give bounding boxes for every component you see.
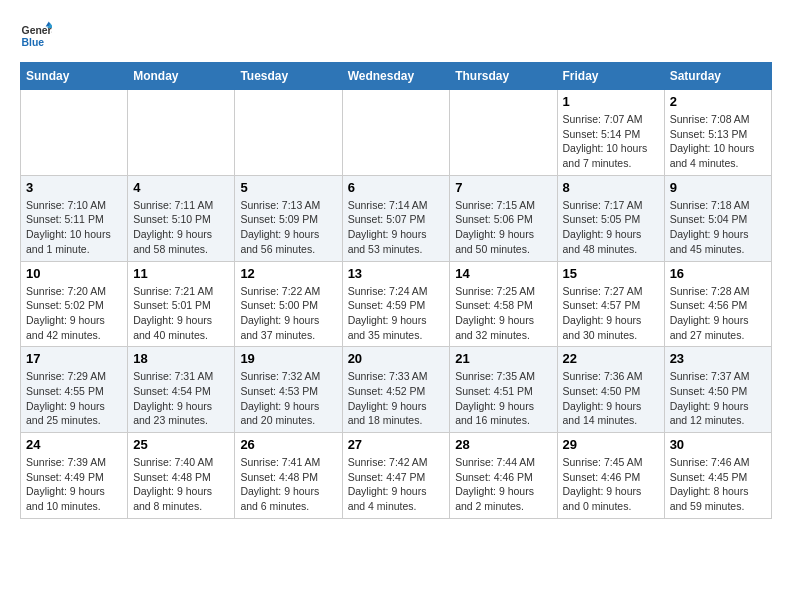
day-number: 16 <box>670 266 766 281</box>
day-info: Sunrise: 7:25 AM Sunset: 4:58 PM Dayligh… <box>455 284 551 343</box>
day-info: Sunrise: 7:15 AM Sunset: 5:06 PM Dayligh… <box>455 198 551 257</box>
day-info: Sunrise: 7:18 AM Sunset: 5:04 PM Dayligh… <box>670 198 766 257</box>
calendar-cell: 8Sunrise: 7:17 AM Sunset: 5:05 PM Daylig… <box>557 175 664 261</box>
day-info: Sunrise: 7:29 AM Sunset: 4:55 PM Dayligh… <box>26 369 122 428</box>
weekday-header-wednesday: Wednesday <box>342 63 450 90</box>
day-number: 14 <box>455 266 551 281</box>
calendar-cell: 26Sunrise: 7:41 AM Sunset: 4:48 PM Dayli… <box>235 433 342 519</box>
weekday-header-friday: Friday <box>557 63 664 90</box>
day-info: Sunrise: 7:45 AM Sunset: 4:46 PM Dayligh… <box>563 455 659 514</box>
calendar-cell: 21Sunrise: 7:35 AM Sunset: 4:51 PM Dayli… <box>450 347 557 433</box>
weekday-header-thursday: Thursday <box>450 63 557 90</box>
calendar-cell: 30Sunrise: 7:46 AM Sunset: 4:45 PM Dayli… <box>664 433 771 519</box>
day-info: Sunrise: 7:08 AM Sunset: 5:13 PM Dayligh… <box>670 112 766 171</box>
page-header: General Blue <box>20 20 772 52</box>
day-number: 19 <box>240 351 336 366</box>
calendar-cell: 16Sunrise: 7:28 AM Sunset: 4:56 PM Dayli… <box>664 261 771 347</box>
day-info: Sunrise: 7:20 AM Sunset: 5:02 PM Dayligh… <box>26 284 122 343</box>
weekday-header-saturday: Saturday <box>664 63 771 90</box>
day-number: 8 <box>563 180 659 195</box>
weekday-header-tuesday: Tuesday <box>235 63 342 90</box>
day-info: Sunrise: 7:31 AM Sunset: 4:54 PM Dayligh… <box>133 369 229 428</box>
logo: General Blue <box>20 20 58 52</box>
day-number: 18 <box>133 351 229 366</box>
calendar-cell: 14Sunrise: 7:25 AM Sunset: 4:58 PM Dayli… <box>450 261 557 347</box>
calendar-cell <box>21 90 128 176</box>
calendar-cell: 15Sunrise: 7:27 AM Sunset: 4:57 PM Dayli… <box>557 261 664 347</box>
day-info: Sunrise: 7:10 AM Sunset: 5:11 PM Dayligh… <box>26 198 122 257</box>
calendar-cell: 1Sunrise: 7:07 AM Sunset: 5:14 PM Daylig… <box>557 90 664 176</box>
calendar-week-2: 3Sunrise: 7:10 AM Sunset: 5:11 PM Daylig… <box>21 175 772 261</box>
day-info: Sunrise: 7:27 AM Sunset: 4:57 PM Dayligh… <box>563 284 659 343</box>
calendar-cell: 19Sunrise: 7:32 AM Sunset: 4:53 PM Dayli… <box>235 347 342 433</box>
day-number: 22 <box>563 351 659 366</box>
day-number: 2 <box>670 94 766 109</box>
calendar-cell: 13Sunrise: 7:24 AM Sunset: 4:59 PM Dayli… <box>342 261 450 347</box>
calendar-cell: 28Sunrise: 7:44 AM Sunset: 4:46 PM Dayli… <box>450 433 557 519</box>
day-info: Sunrise: 7:13 AM Sunset: 5:09 PM Dayligh… <box>240 198 336 257</box>
day-info: Sunrise: 7:28 AM Sunset: 4:56 PM Dayligh… <box>670 284 766 343</box>
weekday-header-sunday: Sunday <box>21 63 128 90</box>
day-info: Sunrise: 7:40 AM Sunset: 4:48 PM Dayligh… <box>133 455 229 514</box>
calendar-cell: 18Sunrise: 7:31 AM Sunset: 4:54 PM Dayli… <box>128 347 235 433</box>
calendar-cell: 6Sunrise: 7:14 AM Sunset: 5:07 PM Daylig… <box>342 175 450 261</box>
calendar-week-4: 17Sunrise: 7:29 AM Sunset: 4:55 PM Dayli… <box>21 347 772 433</box>
day-number: 17 <box>26 351 122 366</box>
calendar-cell: 23Sunrise: 7:37 AM Sunset: 4:50 PM Dayli… <box>664 347 771 433</box>
day-number: 3 <box>26 180 122 195</box>
calendar-cell: 11Sunrise: 7:21 AM Sunset: 5:01 PM Dayli… <box>128 261 235 347</box>
calendar-cell: 17Sunrise: 7:29 AM Sunset: 4:55 PM Dayli… <box>21 347 128 433</box>
day-number: 1 <box>563 94 659 109</box>
svg-text:Blue: Blue <box>22 37 45 48</box>
day-number: 26 <box>240 437 336 452</box>
day-number: 28 <box>455 437 551 452</box>
calendar-cell <box>235 90 342 176</box>
calendar-cell: 12Sunrise: 7:22 AM Sunset: 5:00 PM Dayli… <box>235 261 342 347</box>
calendar-cell: 20Sunrise: 7:33 AM Sunset: 4:52 PM Dayli… <box>342 347 450 433</box>
calendar-cell: 29Sunrise: 7:45 AM Sunset: 4:46 PM Dayli… <box>557 433 664 519</box>
day-info: Sunrise: 7:44 AM Sunset: 4:46 PM Dayligh… <box>455 455 551 514</box>
day-number: 4 <box>133 180 229 195</box>
calendar-cell: 7Sunrise: 7:15 AM Sunset: 5:06 PM Daylig… <box>450 175 557 261</box>
day-info: Sunrise: 7:14 AM Sunset: 5:07 PM Dayligh… <box>348 198 445 257</box>
day-number: 12 <box>240 266 336 281</box>
day-info: Sunrise: 7:41 AM Sunset: 4:48 PM Dayligh… <box>240 455 336 514</box>
day-info: Sunrise: 7:17 AM Sunset: 5:05 PM Dayligh… <box>563 198 659 257</box>
day-number: 10 <box>26 266 122 281</box>
day-number: 5 <box>240 180 336 195</box>
day-number: 7 <box>455 180 551 195</box>
day-info: Sunrise: 7:07 AM Sunset: 5:14 PM Dayligh… <box>563 112 659 171</box>
day-info: Sunrise: 7:32 AM Sunset: 4:53 PM Dayligh… <box>240 369 336 428</box>
calendar-cell: 10Sunrise: 7:20 AM Sunset: 5:02 PM Dayli… <box>21 261 128 347</box>
day-number: 11 <box>133 266 229 281</box>
calendar-week-1: 1Sunrise: 7:07 AM Sunset: 5:14 PM Daylig… <box>21 90 772 176</box>
day-info: Sunrise: 7:11 AM Sunset: 5:10 PM Dayligh… <box>133 198 229 257</box>
calendar-cell: 9Sunrise: 7:18 AM Sunset: 5:04 PM Daylig… <box>664 175 771 261</box>
day-info: Sunrise: 7:46 AM Sunset: 4:45 PM Dayligh… <box>670 455 766 514</box>
calendar-week-3: 10Sunrise: 7:20 AM Sunset: 5:02 PM Dayli… <box>21 261 772 347</box>
day-number: 23 <box>670 351 766 366</box>
weekday-header-monday: Monday <box>128 63 235 90</box>
calendar-cell: 3Sunrise: 7:10 AM Sunset: 5:11 PM Daylig… <box>21 175 128 261</box>
day-info: Sunrise: 7:36 AM Sunset: 4:50 PM Dayligh… <box>563 369 659 428</box>
calendar-table: SundayMondayTuesdayWednesdayThursdayFrid… <box>20 62 772 519</box>
calendar-cell: 25Sunrise: 7:40 AM Sunset: 4:48 PM Dayli… <box>128 433 235 519</box>
calendar-week-5: 24Sunrise: 7:39 AM Sunset: 4:49 PM Dayli… <box>21 433 772 519</box>
day-number: 13 <box>348 266 445 281</box>
weekday-header-row: SundayMondayTuesdayWednesdayThursdayFrid… <box>21 63 772 90</box>
day-info: Sunrise: 7:22 AM Sunset: 5:00 PM Dayligh… <box>240 284 336 343</box>
calendar-cell: 5Sunrise: 7:13 AM Sunset: 5:09 PM Daylig… <box>235 175 342 261</box>
day-number: 9 <box>670 180 766 195</box>
day-number: 21 <box>455 351 551 366</box>
calendar-cell: 27Sunrise: 7:42 AM Sunset: 4:47 PM Dayli… <box>342 433 450 519</box>
day-number: 6 <box>348 180 445 195</box>
day-number: 30 <box>670 437 766 452</box>
day-number: 24 <box>26 437 122 452</box>
svg-text:General: General <box>22 25 52 36</box>
day-info: Sunrise: 7:24 AM Sunset: 4:59 PM Dayligh… <box>348 284 445 343</box>
day-info: Sunrise: 7:37 AM Sunset: 4:50 PM Dayligh… <box>670 369 766 428</box>
calendar-cell <box>450 90 557 176</box>
day-info: Sunrise: 7:33 AM Sunset: 4:52 PM Dayligh… <box>348 369 445 428</box>
day-number: 20 <box>348 351 445 366</box>
day-info: Sunrise: 7:21 AM Sunset: 5:01 PM Dayligh… <box>133 284 229 343</box>
